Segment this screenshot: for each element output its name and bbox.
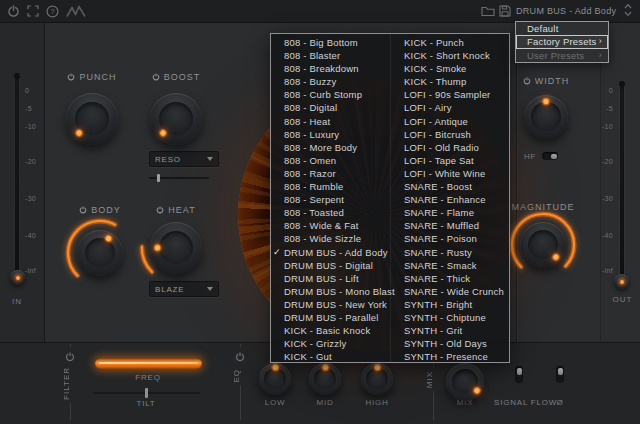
body-knob[interactable] xyxy=(77,230,123,276)
context-menu-item[interactable]: User Presets› xyxy=(516,49,608,62)
preset-item[interactable]: 808 - Toasted xyxy=(271,206,390,219)
input-gain-fader-handle[interactable] xyxy=(10,270,25,285)
out-panel-divider xyxy=(600,23,601,342)
blaze-dropdown[interactable]: BLAZE xyxy=(149,281,219,297)
preset-item[interactable]: 808 - Luxury xyxy=(271,128,390,141)
hf-toggle[interactable] xyxy=(542,152,558,160)
reso-slider-handle[interactable] xyxy=(157,174,160,182)
context-menu-item[interactable]: Factory Presets› xyxy=(516,35,608,48)
preset-item[interactable]: 808 - Wide Sizzle xyxy=(271,232,390,245)
preset-item[interactable]: DRUM BUS - Digital xyxy=(271,259,390,272)
preset-item[interactable]: 808 - Buzzy xyxy=(271,75,390,88)
preset-item[interactable]: LOFI - Antique xyxy=(391,115,509,128)
preset-item[interactable]: KICK - Basic Knock xyxy=(271,324,390,337)
preset-item[interactable]: SYNTH - Grit xyxy=(391,324,509,337)
input-gain-fader-track[interactable] xyxy=(15,78,19,283)
preset-item[interactable]: SNARE - Thick xyxy=(391,272,509,285)
preset-item[interactable]: SYNTH - Chiptune xyxy=(391,311,509,324)
preset-item[interactable]: DRUM BUS - Lift xyxy=(271,272,390,285)
preset-item[interactable]: 808 - Omen xyxy=(271,154,390,167)
preset-item[interactable]: SYNTH - Presence xyxy=(391,350,509,363)
mix-section-label: MIX xyxy=(425,368,434,391)
preset-stepper-icon[interactable] xyxy=(624,3,632,19)
punch-knob[interactable] xyxy=(66,93,118,145)
preset-item[interactable]: KICK - Gut xyxy=(271,350,390,363)
signal-flow-toggle[interactable] xyxy=(515,366,523,383)
output-gain-fader-track[interactable] xyxy=(620,86,624,286)
preset-item[interactable]: 808 - Big Bottom xyxy=(271,36,390,49)
reso-amount-slider[interactable] xyxy=(149,177,209,179)
preset-item[interactable]: 808 - Heat xyxy=(271,115,390,128)
preset-item[interactable]: DRUM BUS - Mono Blast xyxy=(271,285,390,298)
context-menu-item[interactable]: Default xyxy=(516,22,608,35)
db-scale-label: -30 xyxy=(25,195,53,202)
preset-item[interactable]: SNARE - Smack xyxy=(391,259,509,272)
preset-item[interactable]: SNARE - Muffled xyxy=(391,219,509,232)
eq-power-icon[interactable] xyxy=(234,347,246,367)
preset-item[interactable]: LOFI - Airy xyxy=(391,101,509,114)
save-preset-icon[interactable] xyxy=(499,5,511,17)
heat-knob[interactable] xyxy=(150,222,202,274)
low-eq-knob[interactable] xyxy=(259,363,291,395)
preset-item[interactable]: LOFI - White Wine xyxy=(391,167,509,180)
db-scale-label: -inf xyxy=(585,267,613,274)
preset-item[interactable]: DRUM BUS - New York xyxy=(271,298,390,311)
preset-item[interactable]: 808 - More Body xyxy=(271,141,390,154)
preset-item[interactable]: DRUM BUS - Parallel xyxy=(271,311,390,324)
preset-item[interactable]: KICK - Grizzly xyxy=(271,337,390,350)
preset-item[interactable]: SYNTH - Bright xyxy=(391,298,509,311)
knob-value-arc xyxy=(63,216,137,290)
preset-item[interactable]: 808 - Razor xyxy=(271,167,390,180)
db-scale-label: -30 xyxy=(585,195,613,202)
preset-item[interactable]: KICK - Thump xyxy=(391,75,509,88)
mix-knob[interactable] xyxy=(446,363,484,401)
knob-value-arc xyxy=(136,208,216,288)
width-knob[interactable] xyxy=(524,95,568,139)
mid-eq-knob[interactable] xyxy=(309,363,341,395)
magnitude-knob[interactable] xyxy=(520,222,566,268)
output-gain-fader-handle[interactable] xyxy=(614,274,629,289)
preset-item[interactable]: 808 - Breakdown xyxy=(271,62,390,75)
preset-item[interactable]: KICK - Smoke xyxy=(391,62,509,75)
help-icon[interactable]: ? xyxy=(46,5,59,18)
preset-item[interactable]: ✓DRUM BUS - Add Body xyxy=(271,246,390,259)
preset-item[interactable]: 808 - Rumble xyxy=(271,180,390,193)
preset-item[interactable]: KICK - Punch xyxy=(391,36,509,49)
preset-item[interactable]: LOFI - Bitcrush xyxy=(391,128,509,141)
preset-item[interactable]: 808 - Curb Stomp xyxy=(271,88,390,101)
preset-item[interactable]: SNARE - Poison xyxy=(391,232,509,245)
input-meter-label: IN xyxy=(7,297,27,306)
blaze-dropdown-value: BLAZE xyxy=(155,285,184,294)
preset-item[interactable]: LOFI - 90s Sampler xyxy=(391,88,509,101)
open-preset-folder-icon[interactable] xyxy=(481,5,495,17)
phase-toggle[interactable] xyxy=(556,366,564,383)
preset-item[interactable]: 808 - Wide & Fat xyxy=(271,219,390,232)
plugin-window: ? DRUM BUS - Add Body 0-5-10-20-30-40-in… xyxy=(0,0,640,424)
tilt-slider[interactable] xyxy=(93,392,200,394)
preset-item[interactable]: SYNTH - Old Days xyxy=(391,337,509,350)
preset-item[interactable]: KICK - Short Knock xyxy=(391,49,509,62)
width-label: WIDTH xyxy=(506,76,586,86)
high-eq-knob[interactable] xyxy=(361,363,393,395)
reso-dropdown[interactable]: RESO xyxy=(149,151,219,167)
preset-item[interactable]: 808 - Blaster xyxy=(271,49,390,62)
preset-item[interactable]: SNARE - Enhance xyxy=(391,193,509,206)
preset-item[interactable]: SNARE - Flame xyxy=(391,206,509,219)
preset-item[interactable]: SNARE - Wide Crunch xyxy=(391,285,509,298)
resize-icon[interactable] xyxy=(27,5,39,17)
preset-item[interactable]: 808 - Digital xyxy=(271,101,390,114)
preset-item[interactable]: 808 - Serpent xyxy=(271,193,390,206)
title-bar: ? DRUM BUS - Add Body xyxy=(0,0,640,23)
preset-item[interactable]: SNARE - Boost xyxy=(391,180,509,193)
preset-item[interactable]: SNARE - Rusty xyxy=(391,246,509,259)
boost-knob[interactable] xyxy=(150,93,202,145)
submenu-arrow-icon: › xyxy=(599,49,602,62)
preset-item[interactable]: LOFI - Old Radio xyxy=(391,141,509,154)
preset-selector[interactable]: DRUM BUS - Add Body xyxy=(516,3,632,19)
preset-menu: 808 - Big Bottom808 - Blaster808 - Break… xyxy=(270,33,510,363)
brand-logo-icon xyxy=(66,5,86,18)
power-icon[interactable] xyxy=(7,5,20,18)
preset-item[interactable]: LOFI - Tape Sat xyxy=(391,154,509,167)
freq-slider[interactable] xyxy=(95,358,202,369)
tilt-slider-handle[interactable] xyxy=(145,388,148,398)
